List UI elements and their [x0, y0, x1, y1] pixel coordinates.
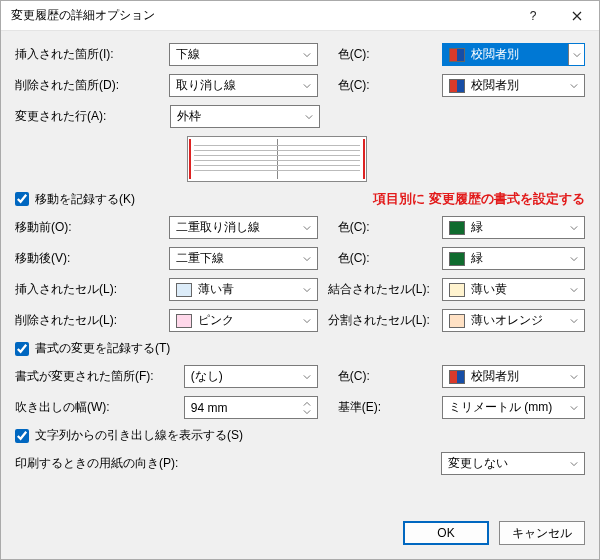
select-move-to-color[interactable]: 緑 — [442, 247, 585, 270]
select-changed-line[interactable]: 外枠 — [170, 105, 320, 128]
chevron-down-icon — [568, 44, 584, 65]
label-deleted: 削除された箇所(D): — [15, 77, 169, 94]
select-deleted[interactable]: 取り消し線 — [169, 74, 318, 97]
dialog-title: 変更履歴の詳細オプション — [1, 7, 511, 24]
checkbox-show-balloon-lines[interactable]: 文字列からの引き出し線を表示する(S) — [15, 427, 243, 444]
select-move-to-value: 二重下線 — [176, 250, 224, 267]
select-inserted-cell[interactable]: 薄い青 — [169, 278, 318, 301]
help-button[interactable]: ? — [511, 1, 555, 31]
label-inserted: 挿入された箇所(I): — [15, 46, 169, 63]
swatch-pink-icon — [176, 314, 192, 328]
help-icon: ? — [530, 9, 537, 23]
checkbox-show-balloon-lines-input[interactable] — [15, 429, 29, 443]
label-format-changed: 書式が変更された箇所(F): — [15, 368, 184, 385]
input-balloon-width-value: 94 mm — [191, 401, 228, 415]
select-move-from-color-value: 緑 — [471, 219, 483, 236]
select-deleted-value: 取り消し線 — [176, 77, 236, 94]
checkbox-track-formatting[interactable]: 書式の変更を記録する(T) — [15, 340, 170, 357]
select-inserted-value: 下線 — [176, 46, 200, 63]
select-inserted[interactable]: 下線 — [169, 43, 318, 66]
chevron-down-icon — [299, 279, 315, 300]
swatch-by-author-icon — [449, 48, 465, 62]
dialog-footer: OK キャンセル — [1, 511, 599, 559]
label-move-from: 移動前(O): — [15, 219, 169, 236]
dialog-window: 変更履歴の詳細オプション ? 挿入された箇所(I): 下線 色(C): 校閲者別 — [0, 0, 600, 560]
label-move-to: 移動後(V): — [15, 250, 169, 267]
label-deleted-cell: 削除されたセル(L): — [15, 312, 169, 329]
select-move-from-value: 二重取り消し線 — [176, 219, 260, 236]
checkbox-track-moves[interactable]: 移動を記録する(K) — [15, 191, 135, 208]
label-merged-cell: 結合されたセル(L): — [328, 281, 442, 298]
select-deleted-color[interactable]: 校閲者別 — [442, 74, 585, 97]
chevron-down-icon — [566, 248, 582, 269]
swatch-by-author-icon — [449, 79, 465, 93]
changed-line-preview — [187, 136, 367, 182]
select-move-to[interactable]: 二重下線 — [169, 247, 318, 270]
label-inserted-color: 色(C): — [338, 46, 442, 63]
cancel-button[interactable]: キャンセル — [499, 521, 585, 545]
chevron-down-icon — [299, 248, 315, 269]
select-merged-cell[interactable]: 薄い黄 — [442, 278, 585, 301]
select-format-changed[interactable]: (なし) — [184, 365, 318, 388]
select-move-to-color-value: 緑 — [471, 250, 483, 267]
select-inserted-color[interactable]: 校閲者別 — [442, 43, 585, 66]
select-measure-value: ミリメートル (mm) — [449, 399, 552, 416]
select-deleted-color-value: 校閲者別 — [471, 77, 519, 94]
chevron-down-icon — [301, 106, 317, 127]
chevron-down-icon — [566, 75, 582, 96]
input-balloon-width[interactable]: 94 mm — [184, 396, 318, 419]
select-format-changed-value: (なし) — [191, 368, 223, 385]
select-move-from-color[interactable]: 緑 — [442, 216, 585, 239]
select-deleted-cell[interactable]: ピンク — [169, 309, 318, 332]
chevron-down-icon — [566, 397, 582, 418]
checkbox-show-balloon-lines-label: 文字列からの引き出し線を表示する(S) — [35, 427, 243, 444]
swatch-light-orange-icon — [449, 314, 465, 328]
label-deleted-color: 色(C): — [338, 77, 442, 94]
label-move-from-color: 色(C): — [338, 219, 442, 236]
chevron-down-icon — [566, 366, 582, 387]
select-format-color-value: 校閲者別 — [471, 368, 519, 385]
label-move-to-color: 色(C): — [338, 250, 442, 267]
checkbox-track-formatting-input[interactable] — [15, 342, 29, 356]
select-inserted-cell-value: 薄い青 — [198, 281, 234, 298]
chevron-down-icon — [299, 75, 315, 96]
checkbox-track-formatting-label: 書式の変更を記録する(T) — [35, 340, 170, 357]
label-split-cell: 分割されたセル(L): — [328, 312, 442, 329]
dialog-body: 挿入された箇所(I): 下線 色(C): 校閲者別 削除された箇所(D): 取り… — [1, 31, 599, 511]
select-print-orientation[interactable]: 変更しない — [441, 452, 585, 475]
close-icon — [572, 11, 582, 21]
select-changed-line-value: 外枠 — [177, 108, 201, 125]
label-changed-line: 変更された行(A): — [15, 108, 170, 125]
spinner-icon — [299, 397, 315, 418]
label-print-orientation: 印刷するときの用紙の向き(P): — [15, 455, 285, 472]
select-deleted-cell-value: ピンク — [198, 312, 234, 329]
select-merged-cell-value: 薄い黄 — [471, 281, 507, 298]
select-format-color[interactable]: 校閲者別 — [442, 365, 585, 388]
swatch-light-blue-icon — [176, 283, 192, 297]
select-inserted-color-value: 校閲者別 — [471, 46, 519, 63]
select-print-orientation-value: 変更しない — [448, 455, 508, 472]
chevron-down-icon — [299, 44, 315, 65]
select-move-from[interactable]: 二重取り消し線 — [169, 216, 318, 239]
label-inserted-cell: 挿入されたセル(L): — [15, 281, 169, 298]
select-measure[interactable]: ミリメートル (mm) — [442, 396, 585, 419]
select-split-cell[interactable]: 薄いオレンジ — [442, 309, 585, 332]
label-balloon-width: 吹き出しの幅(W): — [15, 399, 184, 416]
chevron-down-icon — [566, 217, 582, 238]
checkbox-track-moves-label: 移動を記録する(K) — [35, 191, 135, 208]
select-split-cell-value: 薄いオレンジ — [471, 312, 543, 329]
chevron-down-icon — [299, 366, 315, 387]
swatch-by-author-icon — [449, 370, 465, 384]
label-format-color: 色(C): — [338, 368, 442, 385]
swatch-light-yellow-icon — [449, 283, 465, 297]
ok-button[interactable]: OK — [403, 521, 489, 545]
label-measure: 基準(E): — [338, 399, 442, 416]
chevron-down-icon — [299, 217, 315, 238]
checkbox-track-moves-input[interactable] — [15, 192, 29, 206]
annotation-note: 項目別に 変更履歴の書式を設定する — [373, 190, 585, 208]
swatch-green-icon — [449, 252, 465, 266]
chevron-down-icon — [299, 310, 315, 331]
close-button[interactable] — [555, 1, 599, 31]
chevron-down-icon — [566, 453, 582, 474]
title-bar: 変更履歴の詳細オプション ? — [1, 1, 599, 31]
